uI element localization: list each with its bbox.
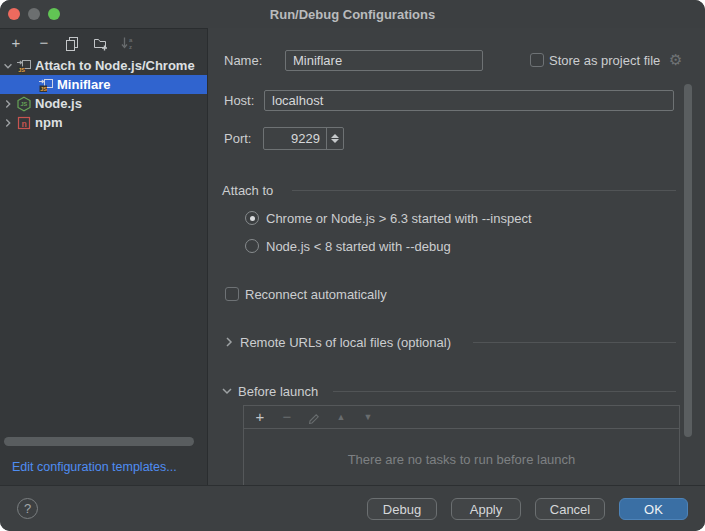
configuration-form: Name: Store as project file ⚙ Host: Port… xyxy=(208,28,705,485)
titlebar: Run/Debug Configurations xyxy=(0,0,705,28)
store-as-project-file-checkbox[interactable] xyxy=(530,53,544,67)
radio-nodejs-debug[interactable] xyxy=(245,239,259,253)
host-input[interactable] xyxy=(264,90,674,111)
tree-item-miniflare[interactable]: JS Miniflare xyxy=(0,75,207,94)
attach-to-section-label: Attach to xyxy=(222,183,273,198)
cancel-button[interactable]: Cancel xyxy=(535,498,605,520)
remote-urls-section-label[interactable]: Remote URLs of local files (optional) xyxy=(240,335,451,350)
section-divider xyxy=(333,391,676,392)
before-launch-tasks-panel: + − ▲ ▼ There are no tasks to run before… xyxy=(243,405,680,485)
radio-chrome-inspect-label: Chrome or Node.js > 6.3 started with --i… xyxy=(266,211,532,226)
tree-item-label: Miniflare xyxy=(57,77,110,92)
form-vertical-scrollbar[interactable] xyxy=(684,84,692,437)
store-as-project-file-label: Store as project file xyxy=(549,53,660,68)
reconnect-automatically-checkbox[interactable] xyxy=(225,287,239,301)
configurations-sidebar: + − a z xyxy=(0,28,208,485)
help-button[interactable]: ? xyxy=(17,498,38,519)
radio-nodejs-debug-label: Node.js < 8 started with --debug xyxy=(266,239,451,254)
edit-configuration-templates-link[interactable]: Edit configuration templates... xyxy=(12,460,177,474)
chevron-down-icon[interactable] xyxy=(0,60,16,72)
name-label: Name: xyxy=(224,53,262,68)
before-launch-section-label[interactable]: Before launch xyxy=(238,384,318,399)
nodejs-icon: JS xyxy=(16,96,32,112)
edit-task-icon xyxy=(306,409,322,425)
port-stepper[interactable] xyxy=(326,128,343,149)
chevron-right-icon[interactable] xyxy=(0,117,16,129)
radio-chrome-inspect[interactable] xyxy=(245,211,259,225)
stepper-up-icon[interactable] xyxy=(331,134,339,138)
apply-button[interactable]: Apply xyxy=(451,498,521,520)
name-input[interactable] xyxy=(285,50,483,71)
host-label: Host: xyxy=(224,93,254,108)
svg-text:n: n xyxy=(22,118,27,128)
no-tasks-message: There are no tasks to run before launch xyxy=(244,452,679,467)
port-input[interactable] xyxy=(264,128,326,149)
remove-task-icon: − xyxy=(279,409,295,425)
tree-item-label: Node.js xyxy=(35,96,82,111)
dialog-footer: ? Debug Apply Cancel OK xyxy=(0,485,705,531)
gear-icon[interactable]: ⚙ xyxy=(669,52,682,67)
remove-icon[interactable]: − xyxy=(36,35,52,51)
dialog-title: Run/Debug Configurations xyxy=(0,7,705,22)
attach-config-icon: JS xyxy=(16,58,32,74)
new-folder-icon[interactable] xyxy=(92,35,108,51)
svg-text:a: a xyxy=(129,37,133,43)
reconnect-automatically-label: Reconnect automatically xyxy=(245,287,387,302)
sidebar-horizontal-scrollbar[interactable] xyxy=(4,437,194,446)
add-icon[interactable]: + xyxy=(8,35,24,51)
tasks-toolbar: + − ▲ ▼ xyxy=(244,406,679,429)
new-folder-icon-glyph xyxy=(92,35,108,51)
add-task-icon[interactable]: + xyxy=(252,409,268,425)
stepper-down-icon[interactable] xyxy=(331,139,339,143)
chevron-right-icon[interactable] xyxy=(222,335,236,349)
sort-icon: a z xyxy=(120,35,136,51)
copy-icon-glyph xyxy=(64,35,80,51)
section-divider xyxy=(473,342,676,343)
svg-text:JS: JS xyxy=(40,86,47,92)
svg-text:JS: JS xyxy=(18,67,25,73)
svg-text:z: z xyxy=(129,44,132,50)
attach-config-icon: JS xyxy=(38,77,54,93)
chevron-right-icon[interactable] xyxy=(0,98,16,110)
ok-button[interactable]: OK xyxy=(619,498,688,520)
move-up-icon: ▲ xyxy=(333,409,349,425)
chevron-down-icon[interactable] xyxy=(220,384,234,398)
port-spinner xyxy=(263,127,344,150)
copy-icon[interactable] xyxy=(64,35,80,51)
debug-button[interactable]: Debug xyxy=(367,498,437,520)
sort-icon-glyph: a z xyxy=(120,35,136,51)
npm-icon: n xyxy=(16,115,32,131)
tree-item-label: npm xyxy=(35,115,62,130)
tree-item-attach-to-nodejs-chrome[interactable]: JS Attach to Node.js/Chrome xyxy=(0,56,207,75)
port-label: Port: xyxy=(224,131,251,146)
tree-item-nodejs[interactable]: JS Node.js xyxy=(0,94,207,113)
run-debug-configurations-dialog: Run/Debug Configurations + − xyxy=(0,0,705,531)
move-down-icon: ▼ xyxy=(360,409,376,425)
svg-text:JS: JS xyxy=(20,101,27,107)
section-divider xyxy=(292,190,676,191)
sidebar-toolbar: + − a z xyxy=(0,29,207,56)
tree-item-label: Attach to Node.js/Chrome xyxy=(35,58,195,73)
tree-item-npm[interactable]: n npm xyxy=(0,113,207,132)
